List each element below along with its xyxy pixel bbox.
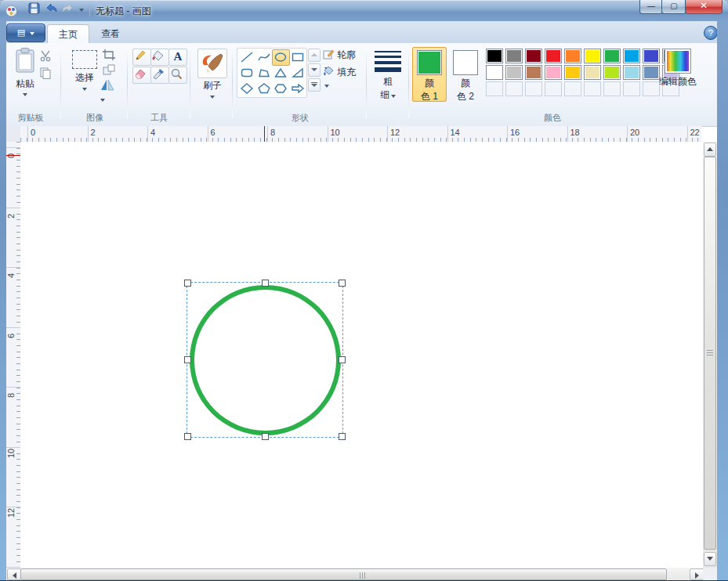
brushes-button[interactable]: 刷子 <box>195 48 230 107</box>
color1-button[interactable]: 颜 色 1 <box>412 47 447 102</box>
select-button[interactable]: 选择 <box>69 48 100 106</box>
palette-color-swatch[interactable] <box>525 49 542 63</box>
resize-button[interactable] <box>103 64 118 78</box>
palette-empty-slot[interactable] <box>486 81 503 96</box>
palette-empty-slot[interactable] <box>623 81 640 96</box>
palette-empty-slot[interactable] <box>584 81 601 96</box>
scroll-left-button[interactable] <box>7 568 21 580</box>
palette-color-swatch[interactable] <box>545 65 562 80</box>
copy-button[interactable] <box>39 67 55 81</box>
palette-color-swatch[interactable] <box>505 49 523 63</box>
scroll-down-button[interactable] <box>704 552 716 566</box>
cut-button[interactable] <box>39 49 55 63</box>
maximize-button[interactable]: ▢ <box>661 0 686 14</box>
vertical-scrollbar[interactable] <box>703 142 717 568</box>
ruler-major-tick <box>6 327 20 328</box>
palette-color-swatch[interactable] <box>603 49 621 63</box>
shape-arrow-right-button[interactable] <box>289 81 307 97</box>
shapes-more-button[interactable] <box>308 78 321 92</box>
color2-label-line1: 颜 <box>448 77 483 90</box>
palette-color-swatch[interactable] <box>525 65 542 80</box>
palette-empty-slot[interactable] <box>545 81 562 96</box>
palette-empty-slot[interactable] <box>525 81 542 96</box>
palette-color-swatch[interactable] <box>486 65 503 80</box>
palette-empty-slot[interactable] <box>564 81 581 96</box>
resize-handle-e[interactable] <box>339 356 346 363</box>
minimize-button[interactable]: — <box>639 0 663 14</box>
tab-view[interactable]: 查看 <box>91 24 130 43</box>
ruler-major-tick <box>687 126 688 142</box>
shape-selection-box[interactable] <box>187 282 343 438</box>
drawing-canvas[interactable] <box>20 142 701 568</box>
scroll-up-button[interactable] <box>704 143 716 157</box>
color-picker-tool-button[interactable] <box>150 67 169 84</box>
group-divider <box>366 46 367 118</box>
palette-color-swatch[interactable] <box>486 49 503 63</box>
shape-diamond-button[interactable] <box>238 81 256 97</box>
color2-button[interactable]: 颜 色 2 <box>448 47 483 102</box>
palette-color-swatch[interactable] <box>584 49 601 63</box>
shape-right-triangle-button[interactable] <box>289 65 307 81</box>
horizontal-scroll-thumb[interactable] <box>20 568 667 580</box>
resize-grip[interactable] <box>703 568 717 580</box>
rotate-button[interactable] <box>100 79 122 93</box>
palette-color-swatch[interactable] <box>564 65 581 80</box>
shape-rectangle-button[interactable] <box>289 49 307 66</box>
qat-customize-dropdown[interactable] <box>76 2 87 18</box>
shape-hexagon-button[interactable] <box>272 81 290 97</box>
palette-empty-slot[interactable] <box>505 81 523 96</box>
window-border-left <box>0 21 6 581</box>
resize-handle-se[interactable] <box>339 433 346 440</box>
resize-handle-nw[interactable] <box>184 280 191 287</box>
text-tool-button[interactable]: A <box>168 49 187 66</box>
shapes-scroll-up-button[interactable] <box>308 49 321 62</box>
shape-fill-button[interactable]: 填充 <box>323 66 364 80</box>
colors-group-label: 颜色 <box>527 112 578 124</box>
palette-color-swatch[interactable] <box>603 65 621 80</box>
fill-tool-button[interactable] <box>150 49 169 66</box>
eraser-tool-button[interactable] <box>132 67 151 84</box>
magnifier-tool-button[interactable] <box>168 67 187 84</box>
tab-home[interactable]: 主页 <box>47 24 89 44</box>
size-button[interactable]: 粗 细 <box>371 48 405 107</box>
palette-color-swatch[interactable] <box>505 65 523 80</box>
shape-line-button[interactable] <box>238 49 256 66</box>
palette-empty-slot[interactable] <box>643 81 660 96</box>
pencil-tool-button[interactable] <box>132 49 151 66</box>
close-button[interactable]: ✕ <box>685 0 723 14</box>
save-button[interactable] <box>26 2 42 18</box>
edit-colors-button[interactable]: 编辑颜色 <box>658 47 697 106</box>
outline-button[interactable]: 轮廓 <box>323 49 364 63</box>
palette-color-swatch[interactable] <box>584 65 601 80</box>
redo-button[interactable] <box>60 2 75 18</box>
shape-curve-button[interactable] <box>255 49 273 66</box>
chevron-up-icon <box>311 53 317 56</box>
drawn-ellipse[interactable] <box>190 285 341 435</box>
palette-empty-slot[interactable] <box>603 81 621 96</box>
shape-triangle-button[interactable] <box>272 65 290 81</box>
undo-button[interactable] <box>43 2 59 18</box>
palette-color-swatch[interactable] <box>564 49 581 63</box>
palette-color-swatch[interactable] <box>623 65 640 80</box>
shape-polygon-button[interactable] <box>255 65 273 81</box>
crop-button[interactable] <box>103 49 118 63</box>
palette-color-swatch[interactable] <box>643 49 660 63</box>
scroll-right-button[interactable] <box>690 568 704 580</box>
paste-button[interactable]: 粘贴 <box>9 48 41 106</box>
palette-color-swatch[interactable] <box>623 49 640 63</box>
shape-pentagon-button[interactable] <box>255 81 273 97</box>
resize-handle-s[interactable] <box>262 433 269 440</box>
resize-handle-sw[interactable] <box>184 433 191 440</box>
shapes-scroll-down-button[interactable] <box>308 63 321 77</box>
palette-color-swatch[interactable] <box>643 65 660 80</box>
shape-ellipse-button[interactable] <box>272 49 290 66</box>
palette-color-swatch[interactable] <box>545 49 562 63</box>
resize-handle-w[interactable] <box>184 356 191 363</box>
resize-handle-n[interactable] <box>262 280 269 287</box>
shape-rounded-rectangle-button[interactable] <box>238 65 256 81</box>
vertical-scroll-thumb[interactable] <box>704 157 716 550</box>
help-icon[interactable]: ? <box>704 26 718 40</box>
horizontal-scrollbar[interactable] <box>6 568 703 580</box>
resize-handle-ne[interactable] <box>339 280 346 287</box>
application-menu-button[interactable]: ▤ <box>6 23 45 42</box>
